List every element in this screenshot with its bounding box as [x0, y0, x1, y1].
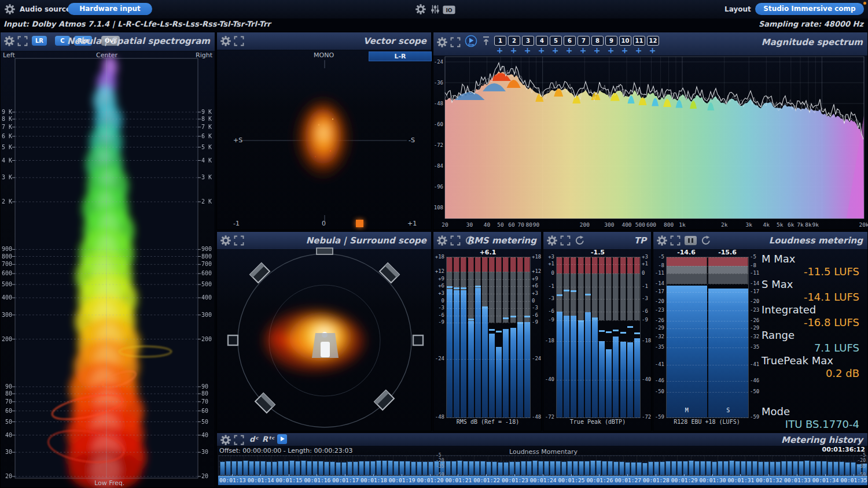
history-bar	[567, 461, 572, 475]
peak-hold-tick	[454, 287, 459, 289]
history-bar	[671, 461, 676, 475]
meter-scale-label: -3	[433, 305, 444, 310]
meter-bar	[496, 347, 502, 417]
settings-gear-icon[interactable]	[415, 4, 426, 14]
timeline-timestamp: 00:01:20	[417, 477, 444, 483]
layout-preset-button[interactable]: Studio Immersive comp	[755, 3, 864, 15]
svg-text:700: 700	[201, 261, 212, 267]
panel-rms-metering: RMS metering +6.1 +18+18+12+12+9+9+6+6+3…	[433, 231, 542, 431]
loudness-reset-icon[interactable]	[701, 235, 711, 246]
audio-source-gear-icon[interactable]	[5, 4, 15, 14]
stat-value: 0.2 dB	[826, 367, 859, 379]
history-bar	[353, 461, 358, 475]
meter-scale-label: +12	[532, 268, 541, 274]
history-bar	[741, 461, 746, 475]
meter-scale-label: -3	[543, 295, 554, 301]
peak-hold-tick	[503, 317, 509, 319]
tp-fullscreen-icon[interactable]	[560, 235, 571, 246]
history-bar	[810, 461, 815, 475]
loudness-settings-gear-icon[interactable]	[657, 235, 667, 246]
balance-marker[interactable]	[356, 220, 363, 227]
rms-settings-gear-icon[interactable]	[437, 235, 447, 246]
svg-text:200: 200	[2, 336, 12, 342]
surround-display[interactable]	[217, 232, 432, 432]
meter-scale-label: -6	[532, 312, 538, 318]
magnitude-plot[interactable]: -24-36-48-60-72-84-96-108203040506070809…	[433, 32, 868, 231]
history-graph[interactable]	[218, 455, 867, 476]
history-settings-gear-icon[interactable]	[220, 435, 231, 445]
history-bar	[393, 461, 399, 475]
history-bar	[544, 461, 549, 475]
timeline-timestamp: 00:01:33	[784, 477, 811, 483]
history-bar	[255, 461, 260, 475]
loudness-fullscreen-icon[interactable]	[670, 235, 681, 246]
history-bar	[608, 461, 613, 476]
meter-scale-label: +6	[532, 283, 538, 289]
history-bar	[411, 461, 416, 475]
svg-text:2k: 2k	[721, 221, 728, 228]
history-timebar[interactable]: 00:01:1300:01:1400:01:1500:01:1600:01:17…	[218, 476, 867, 485]
svg-text:7k: 7k	[797, 221, 804, 228]
loudness-header: Loudness metering	[653, 232, 867, 250]
meter-column	[468, 257, 474, 417]
meter-scale-label: -3	[532, 305, 538, 310]
history-bar	[336, 462, 341, 475]
audio-source-label: Audio source	[20, 5, 71, 13]
meter-scale-label: -40	[543, 376, 554, 382]
loudness-pause-button[interactable]	[685, 236, 697, 245]
meter-bar	[592, 317, 598, 417]
meter-column	[599, 257, 605, 417]
peak-hold-tick	[634, 332, 640, 334]
tp-footer-label: True Peak (dBTP)	[549, 419, 646, 425]
history-bar	[764, 461, 769, 475]
svg-text:8 K: 8 K	[2, 116, 12, 122]
timeline-timestamp: 00:01:24	[530, 477, 557, 483]
vectorscope-display[interactable]	[217, 32, 432, 231]
tp-reset-icon[interactable]	[575, 235, 585, 246]
history-bar	[787, 461, 792, 475]
peak-hold-tick	[627, 326, 633, 328]
tp-settings-gear-icon[interactable]	[547, 235, 557, 246]
meter-scale-label: -35	[750, 344, 759, 350]
svg-text:8 K: 8 K	[201, 116, 212, 122]
meter-bar	[461, 290, 466, 417]
meter-scale-label: -6	[433, 312, 444, 318]
svg-text:70: 70	[201, 398, 208, 405]
svg-text:90: 90	[201, 383, 208, 390]
history-bar	[648, 461, 653, 475]
meter-column	[620, 257, 626, 417]
history-bar	[689, 460, 694, 475]
meter-column	[454, 257, 459, 417]
plus-s-label: +S	[233, 136, 242, 144]
drop-compensation-icon[interactable]: dᶜ	[249, 435, 258, 443]
svg-text:6k: 6k	[788, 221, 795, 228]
mixer-sliders-icon[interactable]	[430, 4, 440, 14]
svg-text:-48: -48	[434, 101, 443, 106]
history-bar	[405, 461, 410, 475]
io-routing-icon[interactable]: IO	[443, 5, 455, 15]
stat-label: TruePeak Max	[762, 354, 833, 367]
meter-scale-label: 0	[642, 270, 645, 276]
realtime-compensation-icon[interactable]: Rᵗᶜ	[262, 435, 274, 443]
history-play-button[interactable]	[277, 434, 287, 444]
meter-scale-label: -14	[653, 280, 664, 286]
spectrogram-plot[interactable]: 9 K9 K8 K8 K7 K7 K6 K6 K5 K5 K4 K4 K3 K3…	[1, 32, 216, 488]
history-title: Metering history	[781, 435, 863, 445]
svg-text:600: 600	[646, 221, 656, 228]
meter-scale-label: -6	[543, 308, 554, 314]
svg-text:50: 50	[497, 221, 504, 228]
meter-column	[578, 257, 584, 417]
history-bar	[527, 461, 532, 475]
svg-text:5 K: 5 K	[2, 144, 12, 150]
svg-text:7 K: 7 K	[2, 124, 12, 130]
svg-text:3 K: 3 K	[201, 174, 212, 180]
history-bar	[289, 460, 295, 475]
rms-peak-value: +6.1	[446, 249, 529, 256]
hardware-input-button[interactable]: Hardware input	[68, 3, 152, 15]
svg-text:20k: 20k	[859, 221, 868, 228]
meter-column	[489, 257, 495, 417]
svg-text:-108: -108	[433, 205, 443, 210]
panel-loudness-metering: Loudness metering -14.6 -15.6 MS-5-5-8-8…	[653, 231, 868, 431]
rms-fullscreen-icon[interactable]	[450, 235, 461, 246]
history-fullscreen-icon[interactable]	[234, 435, 244, 445]
